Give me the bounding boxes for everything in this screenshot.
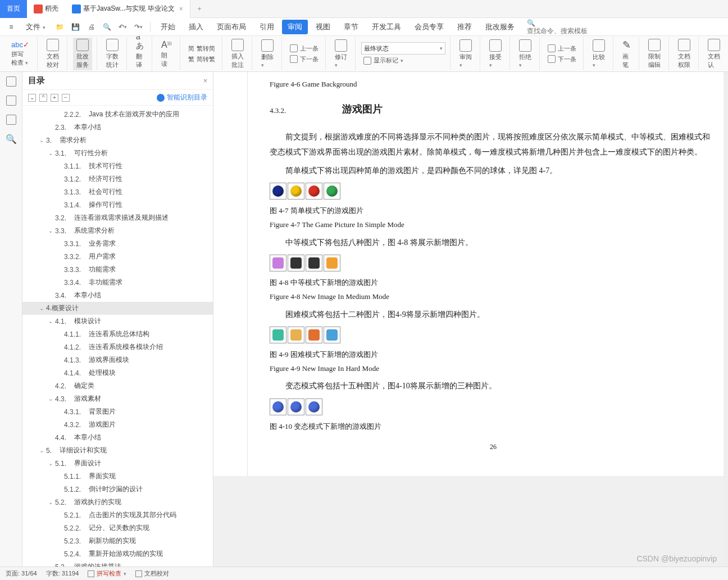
toc-item[interactable]: 3.3.3.功能需求 [22,263,213,276]
compare-button[interactable]: 比较 ▾ [589,38,608,69]
print-icon[interactable]: 🖨 [85,20,98,34]
menu-member[interactable]: 会员专享 [409,20,449,34]
reject-button[interactable]: 拒绝 ▾ [516,38,535,69]
toc-item[interactable]: ⌄4.概要设计 [22,302,213,315]
preview-icon[interactable]: 🔍 [101,20,114,34]
delete-comment-button[interactable]: 删除 ▾ [258,38,277,69]
menu-devtools[interactable]: 开发工具 [366,20,407,34]
menu-layout[interactable]: 页面布局 [211,20,252,34]
read-button[interactable]: A)))朗读 [158,39,175,69]
toc-item[interactable]: ⌄5.详细设计和实现 [22,444,213,457]
menu-view[interactable]: 视图 [310,20,336,34]
toc-item[interactable]: 5.1.1.界面实现 [22,470,213,483]
simp-to-trad-button[interactable]: 繁简转繁 [186,55,217,64]
toc-item[interactable]: ⌄3.1.可行性分析 [22,147,213,160]
menu-recommend[interactable]: 推荐 [452,20,477,34]
word-count[interactable]: 字数: 31194 [46,569,79,578]
toc-item[interactable]: ⌄3.需求分析 [22,134,213,147]
chevron-down-icon[interactable]: ⌄ [38,137,45,143]
toc-item[interactable]: 5.2.2.记分、记关数的实现 [22,522,213,534]
toc-item[interactable]: ⌄5.2.游戏执行的实现 [22,496,213,509]
menu-insert[interactable]: 插入 [183,20,209,34]
redo-icon[interactable]: ↷▾ [132,20,145,34]
menu-correction[interactable]: 批改服务 [480,20,520,34]
bookmark-icon[interactable] [6,115,16,125]
toc-item[interactable]: 4.1.1.连连看系统总体结构 [22,328,213,341]
toc-item[interactable]: ⌄5.3.游戏的连接算法 [22,560,213,567]
menu-chapter[interactable]: 章节 [338,20,364,34]
toc-item[interactable]: 5.2.3.刷新功能的实现 [22,534,213,547]
outline-icon[interactable] [6,76,16,87]
chevron-down-icon[interactable]: ⌄ [47,150,54,156]
pen-button[interactable]: ✎画笔 [619,38,634,70]
proof-button[interactable]: 文档校对 [43,38,62,70]
toc-item[interactable]: 3.1.4.操作可行性 [22,198,213,211]
tab-add[interactable]: ＋ [190,4,208,13]
file-menu[interactable]: 文件 ▾ [20,20,51,34]
menu-reference[interactable]: 引用 [254,20,280,34]
save-icon[interactable]: 💾 [69,20,83,34]
search-box[interactable]: 🔍 [527,19,628,35]
toc-list[interactable]: 2.2.2.Java 技术在游戏开发中的应用2.3.本章小结⌄3.需求分析⌄3.… [22,106,213,567]
chevron-down-icon[interactable]: ⌄ [38,305,45,311]
chevron-down-icon[interactable]: ⌄ [47,318,54,324]
trad-to-simp-button[interactable]: 简繁转简 [186,44,217,53]
toc-item[interactable]: 4.4.本章小结 [22,431,213,444]
close-icon[interactable]: × [179,5,183,13]
page-indicator[interactable]: 页面: 31/64 [6,569,37,578]
insert-comment-button[interactable]: 插入批注 [228,38,247,70]
perm-button[interactable]: 文档权限 [675,38,694,70]
toc-item[interactable]: 3.4.本章小结 [22,289,213,302]
toc-item[interactable]: 4.2.确定类 [22,379,213,392]
chevron-down-icon[interactable]: ⌄ [47,499,54,505]
revise-button[interactable]: 批改服务 [73,38,92,70]
toc-item[interactable]: 3.1.3.社会可行性 [22,185,213,198]
status-spell[interactable]: 拼写检查 ▾ [88,569,126,578]
toc-item[interactable]: 3.3.2.用户需求 [22,250,213,263]
show-marks-button[interactable]: 显示标记 ▾ [361,56,445,65]
undo-icon[interactable]: ↶▾ [116,20,130,34]
toc-minus-icon[interactable]: − [62,94,70,102]
review-pane-button[interactable]: 审阅 ▾ [456,38,475,69]
status-proof[interactable]: 文档校对 [135,569,169,578]
spell-check-button[interactable]: abc✓拼写检查 ▾ [8,39,33,68]
toc-item[interactable]: 4.3.2.游戏图片 [22,418,213,431]
toc-plus-icon[interactable]: + [51,94,58,102]
toc-item[interactable]: 2.3.本章小结 [22,121,213,134]
toc-item[interactable]: 2.2.2.Java 技术在游戏开发中的应用 [22,108,213,121]
toc-collapse-icon[interactable]: ⌄ [28,94,36,102]
toc-item[interactable]: 4.1.3.游戏界面模块 [22,354,213,366]
chevron-down-icon[interactable]: ⌄ [38,447,45,454]
toc-item[interactable]: 5.2.4.重新开始游戏功能的实现 [22,547,213,560]
toc-item[interactable]: 4.1.4.处理模块 [22,366,213,379]
document-view[interactable]: Figure 4-6 Game Background 4.3.2. 游戏图片 前… [213,72,728,567]
toc-item[interactable]: ⌄4.1.模块设计 [22,315,213,328]
toc-close-icon[interactable]: × [203,77,207,85]
track-changes-button[interactable]: 修订 ▾ [331,38,351,69]
auth-button[interactable]: 文档认 [704,38,724,70]
toc-item[interactable]: 3.1.1.技术可行性 [22,160,213,173]
toc-item[interactable]: 5.2.1.点击图片的实现及其部分代码 [22,509,213,522]
toc-item[interactable]: 4.1.2.连连看系统模各模块介绍 [22,341,213,354]
tab-daoke[interactable]: 稻壳 [27,0,65,18]
nav-icon[interactable] [6,96,16,106]
restrict-button[interactable]: 限制编辑 [645,38,664,70]
toc-item[interactable]: 3.1.2.经济可行性 [22,173,213,185]
accept-button[interactable]: 接受 ▾ [486,38,505,69]
chevron-down-icon[interactable]: ⌄ [47,460,54,466]
search-side-icon[interactable]: 🔍 [6,134,17,144]
toc-item[interactable]: ⌄5.1.界面设计 [22,457,213,470]
chevron-down-icon[interactable]: ⌄ [47,396,54,402]
tab-document[interactable]: 基于JavaSw...与实现 毕业论文× [65,0,190,18]
prev-comment-button[interactable]: 上一条 [288,44,321,53]
toc-item[interactable]: 3.3.1.业务需求 [22,237,213,250]
tab-home[interactable]: 首页 [0,0,27,18]
prev-change-button[interactable]: 上一条 [545,44,579,53]
toc-item[interactable]: 3.2.连连看游戏需求描述及规则描述 [22,211,213,224]
toc-item[interactable]: 3.3.4.非功能需求 [22,276,213,289]
menu-start[interactable]: 开始 [155,20,181,34]
toc-item[interactable]: 5.1.2.倒计时沙漏的设计 [22,483,213,496]
toc-item[interactable]: 4.3.1.背景图片 [22,405,213,418]
search-input[interactable] [527,27,628,35]
toc-item[interactable]: ⌄4.3.游戏素材 [22,392,213,405]
